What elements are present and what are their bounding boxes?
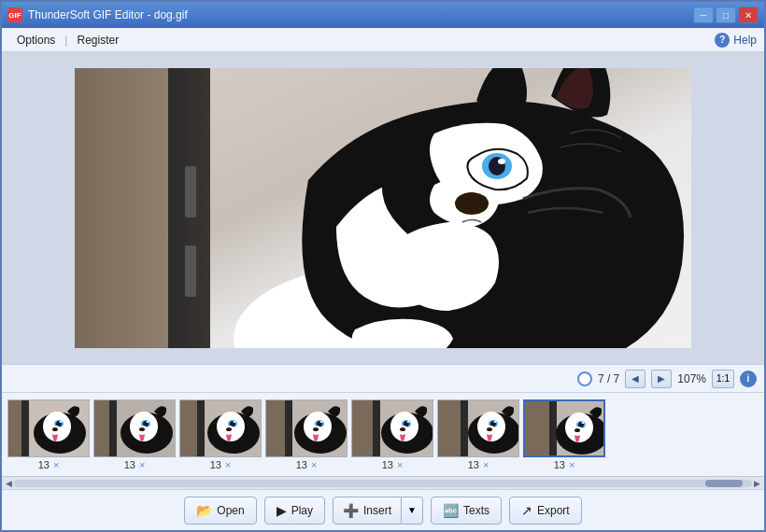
open-icon: 📂	[196, 503, 212, 518]
next-frame-button[interactable]: ▶	[651, 370, 672, 388]
scroll-track[interactable]	[14, 480, 752, 487]
svg-rect-58	[461, 400, 468, 457]
thumb-delete-1[interactable]: ×	[53, 459, 59, 470]
frame-thumb-7[interactable]: 7	[523, 399, 605, 470]
svg-rect-68	[549, 401, 557, 457]
toolbar: 📂 Open ▶ Play ➕ Insert ▼ 🔤 Texts ↗ Expor…	[2, 489, 764, 530]
thumb-footer-6: 13 ×	[468, 459, 489, 470]
svg-point-33	[234, 421, 236, 423]
export-label: Export	[537, 504, 570, 517]
thumb-delay-4: 13	[296, 459, 307, 470]
thumb-image-7: 7	[523, 399, 605, 457]
thumb-footer-3: 13 ×	[210, 459, 232, 470]
thumb-delete-5[interactable]: ×	[397, 459, 403, 470]
scroll-thumb[interactable]	[705, 480, 743, 487]
insert-icon: ➕	[343, 503, 359, 518]
thumb-delete-7[interactable]: ×	[569, 459, 574, 470]
export-icon: ↗	[521, 503, 532, 518]
door-handle-2	[185, 245, 196, 297]
zoom-reset-button[interactable]: 1:1	[712, 370, 734, 388]
frame-counter: 7 / 7	[598, 372, 619, 385]
menu-options[interactable]: Options	[9, 31, 63, 49]
thumb-delete-4[interactable]: ×	[311, 459, 317, 470]
thumb-delete-6[interactable]: ×	[483, 459, 489, 470]
mini-dog-3	[180, 400, 261, 456]
statusbar: 7 / 7 ◀ ▶ 107% 1:1 i	[2, 364, 764, 392]
main-window: GIF ThunderSoft GIF Editor - dog.gif ─ □…	[0, 0, 766, 532]
svg-point-5	[498, 159, 505, 164]
door-handle	[185, 166, 196, 217]
svg-point-1	[455, 192, 489, 215]
menu-separator: |	[64, 34, 67, 47]
thumb-delay-1: 13	[38, 459, 50, 470]
mini-dog-6	[438, 400, 518, 456]
mini-dog-5	[352, 400, 433, 456]
svg-point-55	[400, 427, 405, 431]
info-button[interactable]: i	[740, 371, 757, 387]
svg-rect-8	[21, 400, 29, 457]
play-label: Play	[291, 504, 313, 517]
thumb-image-4: 4	[265, 399, 348, 457]
play-button[interactable]: ▶ Play	[264, 497, 325, 525]
frame-thumb-5[interactable]: 5	[351, 399, 433, 470]
svg-point-13	[60, 421, 63, 423]
mini-dog-4	[266, 400, 347, 456]
insert-button[interactable]: ➕ Insert	[333, 497, 402, 525]
open-button[interactable]: 📂 Open	[184, 497, 256, 525]
texts-icon: 🔤	[443, 503, 459, 518]
menubar: Options | Register ? Help	[2, 28, 764, 52]
svg-point-73	[582, 422, 585, 424]
thumb-footer-2: 13 ×	[124, 459, 146, 470]
svg-point-23	[147, 421, 149, 423]
mini-dog-1	[8, 400, 89, 456]
svg-point-75	[574, 428, 580, 432]
frame-thumb-3[interactable]: 3	[179, 399, 262, 470]
thumb-delete-2[interactable]: ×	[139, 459, 145, 470]
svg-rect-28	[197, 400, 205, 457]
insert-dropdown-button[interactable]: ▼	[402, 497, 423, 525]
thumb-delay-2: 13	[124, 459, 135, 470]
frame-thumb-1[interactable]: 1	[7, 399, 90, 470]
svg-rect-67	[525, 401, 553, 457]
thumb-image-5: 5	[351, 399, 433, 457]
thumb-delete-3[interactable]: ×	[225, 459, 231, 470]
svg-rect-57	[438, 400, 464, 457]
texts-button[interactable]: 🔤 Texts	[431, 497, 502, 525]
scroll-left-button[interactable]: ◀	[4, 479, 14, 488]
thumb-footer-5: 13 ×	[382, 459, 404, 470]
thumb-image-6: 6	[437, 399, 519, 457]
svg-point-15	[52, 427, 58, 431]
minimize-button[interactable]: ─	[693, 7, 714, 23]
svg-point-53	[407, 421, 410, 423]
open-label: Open	[217, 504, 244, 517]
svg-rect-38	[285, 400, 292, 457]
svg-rect-18	[109, 400, 117, 457]
svg-point-43	[320, 421, 323, 423]
frame-thumb-4[interactable]: 4	[265, 399, 348, 470]
window-title: ThunderSoft GIF Editor - dog.gif	[28, 8, 693, 21]
filmstrip: 1	[2, 392, 764, 476]
help-button[interactable]: ? Help	[715, 33, 757, 48]
window-controls: ─ □ ✕	[693, 7, 759, 23]
export-button[interactable]: ↗ Export	[509, 497, 582, 525]
scroll-right-button[interactable]: ▶	[752, 479, 762, 488]
texts-label: Texts	[463, 504, 489, 517]
thumb-delay-7: 13	[554, 459, 565, 470]
horizontal-scrollbar[interactable]: ◀ ▶	[2, 476, 764, 489]
frame-thumb-2[interactable]: 2	[93, 399, 176, 470]
thumb-footer-1: 13 ×	[38, 459, 60, 470]
svg-point-63	[494, 421, 497, 423]
thumb-footer-4: 13 ×	[296, 459, 318, 470]
zoom-level: 107%	[677, 372, 706, 385]
insert-group: ➕ Insert ▼	[333, 497, 423, 525]
svg-rect-48	[373, 400, 380, 457]
insert-label: Insert	[363, 504, 391, 517]
close-button[interactable]: ✕	[738, 7, 759, 23]
thumb-footer-7: 13 ×	[554, 459, 575, 470]
restore-button[interactable]: □	[716, 7, 736, 23]
dog-canvas	[75, 68, 691, 348]
frame-thumb-6[interactable]: 6	[437, 399, 519, 470]
titlebar: GIF ThunderSoft GIF Editor - dog.gif ─ □…	[2, 2, 764, 28]
menu-register[interactable]: Register	[69, 31, 126, 49]
prev-frame-button[interactable]: ◀	[625, 370, 645, 388]
